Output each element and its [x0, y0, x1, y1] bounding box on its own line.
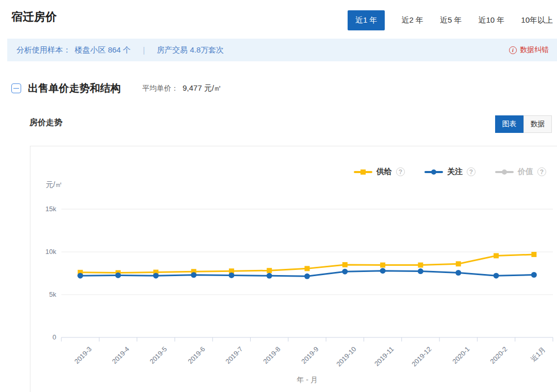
avg-price-label: 平均单价：: [142, 84, 178, 93]
collapse-icon[interactable]: [11, 83, 21, 93]
sample-info-bar: 分析使用样本： 楼盘小区 864 个 ｜ 房产交易 4.8万套次 i 数据纠错: [7, 39, 557, 61]
data-point-关注-2019-12[interactable]: [418, 268, 423, 274]
data-point-关注-2019-6[interactable]: [191, 272, 196, 278]
data-point-关注-2019-3[interactable]: [77, 273, 83, 279]
x-axis-title: 年 - 月: [61, 376, 553, 385]
page-title: 宿迁房价: [11, 9, 57, 25]
data-view-button[interactable]: 数据: [523, 115, 552, 133]
chart-container: 供给?关注?价值? 元/㎡ 15k10k5k0 2019-32019-42019…: [30, 146, 557, 392]
view-toggle: 图表 数据: [495, 115, 552, 133]
section-header: 出售单价走势和结构 平均单价： 9,477 元/㎡: [11, 81, 222, 95]
data-point-关注-2020-1[interactable]: [455, 270, 461, 276]
data-point-供给-近1月[interactable]: [531, 252, 536, 257]
data-point-关注-近1月[interactable]: [531, 272, 537, 278]
sample-label: 分析使用样本：: [17, 45, 71, 55]
data-point-关注-2019-7[interactable]: [228, 272, 234, 278]
data-point-关注-2019-10[interactable]: [342, 269, 348, 275]
avg-price-value: 9,477 元/㎡: [183, 83, 222, 93]
chart-view-button[interactable]: 图表: [495, 115, 523, 133]
section-title: 出售单价走势和结构: [28, 81, 121, 95]
time-range-tabs: 近1 年近2 年近5 年近10 年10年以上: [348, 10, 553, 30]
data-correction-link[interactable]: i 数据纠错: [509, 45, 549, 55]
data-point-供给-2020-1[interactable]: [456, 261, 461, 266]
info-icon: i: [509, 46, 517, 54]
data-point-供给-2019-9[interactable]: [305, 266, 310, 271]
time-range-tab-4[interactable]: 近10 年: [478, 15, 504, 25]
data-point-供给-2019-11[interactable]: [380, 263, 385, 268]
data-point-供给-2019-8[interactable]: [267, 268, 272, 273]
trend-plot: [30, 146, 557, 392]
sample-communities: 楼盘小区 864 个: [75, 45, 130, 55]
data-point-供给-2020-2[interactable]: [494, 253, 499, 258]
data-point-供给-2019-10[interactable]: [342, 262, 348, 267]
sample-transactions: 房产交易 4.8万套次: [157, 45, 224, 55]
data-point-关注-2019-5[interactable]: [153, 273, 159, 279]
data-point-关注-2019-11[interactable]: [380, 268, 386, 274]
data-correction-label: 数据纠错: [520, 45, 549, 55]
data-point-供给-2019-12[interactable]: [418, 263, 423, 268]
time-range-tab-3[interactable]: 近5 年: [440, 15, 462, 25]
sample-info: 分析使用样本： 楼盘小区 864 个 ｜ 房产交易 4.8万套次: [17, 45, 224, 55]
data-point-关注-2019-4[interactable]: [115, 272, 121, 278]
data-point-关注-2019-9[interactable]: [304, 274, 310, 279]
data-point-关注-2019-8[interactable]: [267, 273, 272, 279]
time-range-tab-5[interactable]: 10年以上: [521, 15, 553, 25]
divider: ｜: [140, 45, 148, 55]
time-range-tab-2[interactable]: 近2 年: [401, 15, 423, 25]
data-point-关注-2020-2[interactable]: [494, 273, 499, 279]
time-range-tab-1[interactable]: 近1 年: [348, 10, 385, 30]
chart-title: 房价走势: [29, 117, 62, 128]
